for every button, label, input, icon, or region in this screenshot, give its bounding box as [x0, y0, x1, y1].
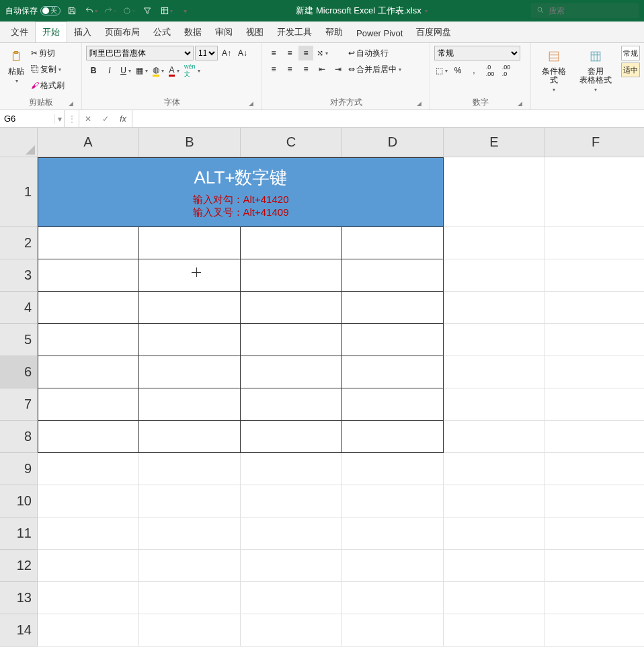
cell-A9[interactable] — [38, 453, 139, 485]
cell-E5[interactable] — [444, 324, 545, 356]
cell-E14[interactable] — [444, 614, 545, 647]
tab-审阅[interactable]: 审阅 — [208, 22, 239, 42]
cell-B4[interactable] — [139, 292, 241, 324]
bold-button[interactable]: B — [86, 63, 101, 78]
italic-button[interactable]: I — [102, 63, 117, 78]
cell-F9[interactable] — [545, 453, 644, 485]
tab-页面布局[interactable]: 页面布局 — [98, 22, 147, 42]
title-dropdown-icon[interactable]: ▾ — [425, 8, 428, 14]
row-header-5[interactable]: 5 — [0, 324, 38, 356]
row-header-9[interactable]: 9 — [0, 453, 38, 485]
font-name-select[interactable]: 阿里巴巴普惠体 — [86, 46, 194, 60]
cell-style-neutral[interactable]: 适中 — [621, 63, 640, 77]
align-center-button[interactable]: ≡ — [282, 62, 297, 77]
tab-帮助[interactable]: 帮助 — [319, 22, 350, 42]
font-color-button[interactable]: A▾ — [167, 63, 182, 78]
cell-C12[interactable] — [241, 550, 342, 582]
comma-button[interactable]: , — [467, 63, 481, 78]
cell-F6[interactable] — [545, 356, 644, 388]
row-header-13[interactable]: 13 — [0, 582, 38, 614]
cell-B9[interactable] — [139, 453, 241, 485]
tab-百度网盘[interactable]: 百度网盘 — [409, 22, 458, 42]
name-box-input[interactable] — [0, 114, 54, 124]
column-header-D[interactable]: D — [342, 128, 444, 157]
column-header-A[interactable]: A — [38, 128, 139, 157]
cell-F5[interactable] — [545, 324, 644, 356]
cell-D5[interactable] — [342, 324, 444, 356]
increase-font-button[interactable]: A↑ — [219, 46, 234, 60]
cell-A13[interactable] — [38, 582, 139, 614]
cell-A2[interactable] — [38, 227, 139, 259]
tab-插入[interactable]: 插入 — [67, 22, 98, 42]
cell-E7[interactable] — [444, 388, 545, 421]
align-middle-button[interactable]: ≡ — [282, 46, 297, 60]
tab-视图[interactable]: 视图 — [239, 22, 270, 42]
row-header-3[interactable]: 3 — [0, 259, 38, 292]
cell-E3[interactable] — [444, 259, 545, 292]
cell-D12[interactable] — [342, 550, 444, 582]
row-header-1[interactable]: 1 — [0, 157, 38, 227]
tab-文件[interactable]: 文件 — [4, 22, 35, 42]
merge-center-button[interactable]: ⇔合并后居中▾ — [348, 62, 401, 77]
name-box[interactable]: ▾ — [0, 110, 65, 127]
cell-F2[interactable] — [545, 227, 644, 259]
select-icon[interactable]: ▾ — [159, 3, 173, 18]
cell-C4[interactable] — [241, 292, 342, 324]
cell-E1[interactable] — [444, 157, 545, 227]
cell-F14[interactable] — [545, 614, 644, 647]
cell-C9[interactable] — [241, 453, 342, 485]
cell-F7[interactable] — [545, 388, 644, 421]
tab-Power Pivot[interactable]: Power Pivot — [350, 24, 409, 42]
row-header-14[interactable]: 14 — [0, 614, 38, 647]
number-launcher-icon[interactable]: ◢ — [516, 100, 524, 108]
format-painter-button[interactable]: 🖌格式刷 — [31, 78, 65, 93]
increase-indent-button[interactable]: ⇥ — [331, 62, 346, 77]
phonetic-button[interactable]: wén文▾ — [183, 63, 202, 78]
cell-B12[interactable] — [139, 550, 241, 582]
paste-button[interactable]: 粘贴▾ — [4, 46, 28, 87]
cell-E12[interactable] — [444, 550, 545, 582]
select-all-corner[interactable] — [0, 128, 38, 157]
cancel-formula-button[interactable]: ✕ — [79, 110, 97, 127]
decrease-decimal-button[interactable]: .00.0 — [499, 63, 514, 78]
row-header-6[interactable]: 6 — [0, 356, 38, 388]
cell-B14[interactable] — [139, 614, 241, 647]
cell-D8[interactable] — [342, 421, 444, 453]
cell-D7[interactable] — [342, 388, 444, 421]
cell-D9[interactable] — [342, 453, 444, 485]
font-size-select[interactable]: 11 — [195, 46, 218, 60]
cut-button[interactable]: ✂剪切 — [31, 46, 65, 60]
cell-A7[interactable] — [38, 388, 139, 421]
tab-开发工具[interactable]: 开发工具 — [270, 22, 319, 42]
cell-C10[interactable] — [241, 485, 342, 517]
cell-D4[interactable] — [342, 292, 444, 324]
cell-D3[interactable] — [342, 259, 444, 292]
cell-D10[interactable] — [342, 485, 444, 517]
cell-B7[interactable] — [139, 388, 241, 421]
cell-A4[interactable] — [38, 292, 139, 324]
tab-数据[interactable]: 数据 — [177, 22, 208, 42]
cell-C7[interactable] — [241, 388, 342, 421]
format-as-table-button[interactable]: 套用 表格格式▾ — [575, 46, 616, 95]
row-header-11[interactable]: 11 — [0, 517, 38, 550]
cell-E10[interactable] — [444, 485, 545, 517]
copy-button[interactable]: ⿻复制▾ — [31, 62, 65, 77]
tab-公式[interactable]: 公式 — [147, 22, 177, 42]
align-left-button[interactable]: ≡ — [266, 62, 281, 77]
column-header-B[interactable]: B — [139, 128, 241, 157]
borders-button[interactable]: ▦▾ — [134, 63, 149, 78]
filter-icon[interactable] — [140, 3, 155, 18]
cell-B6[interactable] — [139, 356, 241, 388]
fill-color-button[interactable]: ◍▾ — [151, 63, 165, 78]
cell-A11[interactable] — [38, 517, 139, 550]
font-launcher-icon[interactable]: ◢ — [247, 100, 255, 108]
cell-F12[interactable] — [545, 550, 644, 582]
cell-C13[interactable] — [241, 582, 342, 614]
cell-D6[interactable] — [342, 356, 444, 388]
cell-F3[interactable] — [545, 259, 644, 292]
row-header-2[interactable]: 2 — [0, 227, 38, 259]
column-header-C[interactable]: C — [241, 128, 342, 157]
clipboard-launcher-icon[interactable]: ◢ — [67, 100, 75, 108]
cell-E2[interactable] — [444, 227, 545, 259]
repeat-icon[interactable]: ▾ — [121, 3, 136, 18]
